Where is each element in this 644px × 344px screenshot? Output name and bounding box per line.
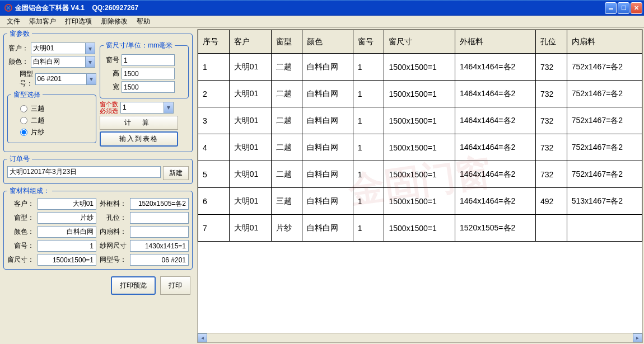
menu-file[interactable]: 文件 bbox=[2, 16, 25, 27]
m-mesh-input[interactable] bbox=[130, 240, 189, 252]
print-preview-button[interactable]: 打印预览 bbox=[111, 276, 156, 295]
table-cell: 二趟 bbox=[271, 81, 302, 107]
menu-help[interactable]: 帮助 bbox=[132, 16, 155, 27]
table-cell: 4 bbox=[198, 134, 230, 161]
m-size-input[interactable] bbox=[38, 254, 96, 266]
type-legend: 窗型选择 bbox=[11, 90, 43, 100]
table-cell: 白料白网 bbox=[302, 107, 353, 134]
radio-label: 三趟 bbox=[31, 104, 44, 114]
table-row[interactable]: 1大明01二趟白料白网11500x1500=11464x1464=各273275… bbox=[198, 54, 642, 81]
table-cell: 白料白网 bbox=[302, 54, 353, 81]
scroll-track[interactable] bbox=[207, 333, 633, 342]
mesh-combo[interactable]: 06 #201▾ bbox=[35, 73, 96, 85]
table-header: 外框料 bbox=[455, 30, 536, 54]
svg-rect-2 bbox=[622, 6, 626, 10]
width-input[interactable] bbox=[122, 81, 175, 93]
radio-option[interactable]: 二趟 bbox=[20, 115, 83, 126]
radio-input[interactable] bbox=[20, 105, 27, 112]
table-cell: 3 bbox=[198, 107, 230, 134]
m-customer-label: 客户： bbox=[7, 199, 34, 209]
table-cell: 三趟 bbox=[271, 188, 302, 215]
radio-input[interactable] bbox=[20, 117, 27, 124]
material-legend: 窗材料组成： bbox=[7, 186, 52, 196]
count-combo[interactable]: 1▾ bbox=[120, 102, 174, 114]
radio-option[interactable]: 三趟 bbox=[20, 103, 83, 115]
m-frame-input[interactable] bbox=[130, 198, 189, 210]
radio-option[interactable]: 片纱 bbox=[20, 126, 83, 138]
height-input[interactable] bbox=[122, 68, 175, 79]
calc-button[interactable]: 计 算 bbox=[100, 116, 178, 130]
color-combo[interactable]: 白料白网▾ bbox=[31, 56, 95, 68]
print-button[interactable]: 打印 bbox=[160, 276, 190, 295]
m-winno-input[interactable] bbox=[38, 240, 96, 252]
m-hole-input[interactable] bbox=[130, 212, 189, 224]
table-cell: 二趟 bbox=[271, 134, 302, 161]
m-winno-label: 窗号： bbox=[7, 241, 34, 251]
scroll-right-icon[interactable]: ► bbox=[633, 333, 642, 342]
params-group: 窗参数 客户： 大明01▾ 颜色： 白料白网▾ bbox=[3, 29, 193, 152]
table-cell: 1464x1464=各2 bbox=[455, 161, 536, 188]
table-row[interactable]: 3大明01二趟白料白网11500x1500=11464x1464=各273275… bbox=[198, 107, 642, 134]
m-inner-input[interactable] bbox=[130, 226, 189, 238]
horizontal-scrollbar[interactable]: ◄ ► bbox=[198, 333, 642, 342]
table-cell: 1464x1464=各2 bbox=[455, 188, 536, 215]
table-cell: 1464x1464=各2 bbox=[455, 54, 536, 81]
table-cell: 1500x1500=1 bbox=[384, 107, 455, 134]
chevron-down-icon: ▾ bbox=[85, 43, 95, 54]
radio-label: 片纱 bbox=[31, 128, 44, 137]
table-row[interactable]: 4大明01二趟白料白网11500x1500=11464x1464=各273275… bbox=[198, 134, 642, 161]
table-cell: 大明01 bbox=[229, 54, 271, 81]
table-cell: 1 bbox=[353, 188, 384, 215]
table-cell: 1520x1505=各2 bbox=[455, 215, 536, 242]
count-label: 窗个数必须选 bbox=[100, 101, 118, 114]
new-order-button[interactable]: 新建 bbox=[163, 166, 189, 180]
table-cell: 大明01 bbox=[229, 188, 271, 215]
table-row[interactable]: 5大明01二趟白料白网11500x1500=11464x1464=各273275… bbox=[198, 161, 642, 188]
menu-add-customer[interactable]: 添加客户 bbox=[25, 16, 60, 27]
table-cell: 白料白网 bbox=[302, 188, 353, 215]
chevron-down-icon: ▾ bbox=[164, 102, 173, 113]
menubar: 文件 添加客户 打印选项 册除修改 帮助 bbox=[0, 16, 644, 28]
close-button[interactable]: ✕ bbox=[631, 2, 642, 14]
customer-combo[interactable]: 大明01▾ bbox=[31, 43, 95, 54]
menu-delete-modify[interactable]: 册除修改 bbox=[96, 16, 132, 27]
m-type-input[interactable] bbox=[38, 212, 96, 224]
table-cell: 大明01 bbox=[229, 81, 271, 107]
table-cell: 732 bbox=[535, 134, 567, 161]
right-panel: 金固门窗 序号客户窗型颜色窗号窗尺寸外框料孔位内扇料 1大明01二趟白料白网11… bbox=[197, 29, 643, 343]
table-cell: 二趟 bbox=[271, 54, 302, 81]
table-cell: 大明01 bbox=[229, 161, 271, 188]
maximize-button[interactable] bbox=[618, 2, 629, 14]
customer-label: 客户： bbox=[7, 44, 29, 53]
radio-label: 二趟 bbox=[31, 116, 44, 125]
input-to-table-button[interactable]: 输入到表格 bbox=[100, 131, 178, 147]
table-cell: 513x1467=各2 bbox=[567, 188, 642, 215]
scroll-left-icon[interactable]: ◄ bbox=[198, 333, 207, 342]
m-customer-input[interactable] bbox=[38, 198, 96, 210]
winno-input[interactable] bbox=[122, 54, 175, 66]
table-row[interactable]: 6大明01三趟白料白网11500x1500=11464x1464=各249251… bbox=[198, 188, 642, 215]
table-row[interactable]: 2大明01二趟白料白网11500x1500=11464x1464=各273275… bbox=[198, 81, 642, 107]
table-header: 窗号 bbox=[353, 30, 384, 54]
table-scroll-area[interactable]: 序号客户窗型颜色窗号窗尺寸外框料孔位内扇料 1大明01二趟白料白网11500x1… bbox=[198, 30, 642, 333]
titlebar: 金固铝合金下料器 V4.1 QQ:260927267 ✕ bbox=[0, 0, 644, 16]
m-mesh-label: 纱网尺寸 bbox=[100, 241, 127, 251]
m-model-input[interactable] bbox=[130, 254, 189, 266]
table-cell: 1 bbox=[353, 81, 384, 107]
m-type-label: 窗型： bbox=[7, 213, 34, 223]
params-legend: 窗参数 bbox=[7, 29, 32, 39]
table-header: 孔位 bbox=[535, 30, 567, 54]
winno-label: 窗号 bbox=[104, 55, 119, 65]
material-group: 窗材料组成： 客户： 外框料： 窗型： 孔位： 颜色： 内扇料： 窗号： 纱网尺… bbox=[3, 186, 193, 270]
table-cell: 片纱 bbox=[271, 215, 302, 242]
order-input[interactable] bbox=[7, 166, 161, 178]
chevron-down-icon: ▾ bbox=[86, 74, 96, 84]
menu-print-options[interactable]: 打印选项 bbox=[60, 16, 96, 27]
minimize-button[interactable] bbox=[605, 2, 617, 14]
table-row[interactable]: 7大明01片纱白料白网11500x1500=11520x1505=各2 bbox=[198, 215, 642, 242]
m-color-input[interactable] bbox=[38, 226, 96, 238]
order-group: 订单号 新建 bbox=[3, 154, 193, 184]
m-frame-label: 外框料： bbox=[100, 199, 127, 209]
m-inner-label: 内扇料： bbox=[100, 227, 127, 237]
radio-input[interactable] bbox=[20, 129, 27, 136]
